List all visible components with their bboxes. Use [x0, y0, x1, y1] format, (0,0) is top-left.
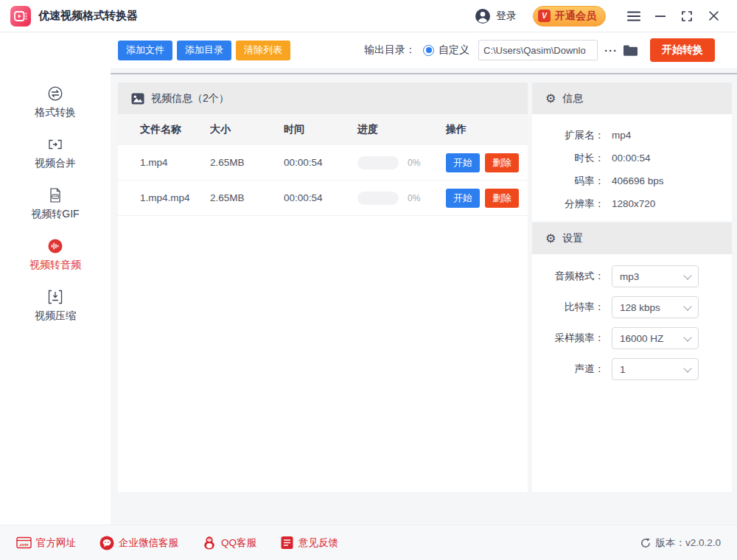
sample-rate-label: 采样频率： — [532, 332, 604, 345]
add-directory-button[interactable]: 添加目录 — [177, 41, 231, 60]
website-icon: .com — [16, 536, 32, 549]
cell-time: 00:00:54 — [284, 157, 357, 168]
refresh-icon — [640, 538, 651, 548]
user-icon — [475, 8, 491, 24]
video-list-panel: 视频信息（2个） 文件名称 大小 时间 进度 操作 1.mp4 2.65MB 0… — [118, 83, 528, 492]
cell-time: 00:00:54 — [284, 192, 357, 203]
start-convert-button[interactable]: 开始转换 — [650, 38, 715, 62]
table-row: 1.mp4 2.65MB 00:00:54 0% 开始 删除 — [118, 145, 528, 181]
titlebar: 优速视频格式转换器 登录 V 开通会员 — [0, 0, 737, 32]
version-info: 版本：v2.0.2.0 — [640, 536, 721, 550]
feedback-label: 意见反馈 — [298, 536, 338, 550]
sidebar-item-video-compress[interactable]: 视频压缩 — [0, 280, 111, 331]
channels-value: 1 — [620, 364, 626, 375]
clear-list-button[interactable]: 清除列表 — [236, 41, 290, 60]
info-value: 00:00:54 — [612, 153, 651, 164]
channels-label: 声道： — [532, 363, 604, 376]
progress-percent: 0% — [408, 193, 420, 203]
sidebar-item-video-to-audio[interactable]: 视频转音频 — [0, 229, 111, 280]
svg-text:GIF: GIF — [52, 195, 58, 198]
info-value: 1280x720 — [612, 198, 655, 209]
menu-button[interactable] — [621, 6, 647, 27]
login-button[interactable]: 登录 — [475, 8, 517, 24]
progress-percent: 0% — [408, 158, 420, 168]
svg-text:.com: .com — [18, 542, 28, 547]
info-label: 时长： — [532, 152, 604, 165]
video-merge-icon — [47, 136, 63, 153]
output-path-input[interactable] — [478, 40, 598, 60]
info-panel-header: ⚙ 信息 — [532, 83, 732, 114]
info-label: 码率： — [532, 175, 604, 188]
row-start-button[interactable]: 开始 — [446, 189, 480, 208]
col-file-name: 文件名称 — [140, 123, 210, 136]
video-to-audio-icon — [47, 238, 63, 254]
folder-icon — [623, 44, 638, 57]
minimize-button[interactable] — [647, 6, 674, 27]
col-progress: 进度 — [357, 123, 446, 136]
info-label: 扩展名： — [532, 129, 604, 142]
official-website-link[interactable]: .com 官方网址 — [16, 536, 76, 550]
app-title: 优速视频格式转换器 — [38, 9, 138, 23]
browse-more-button[interactable]: ··· — [604, 44, 618, 57]
chevron-down-icon — [683, 271, 691, 279]
wechat-service-icon — [99, 536, 114, 550]
vip-icon: V — [538, 10, 551, 22]
sidebar-item-format-convert[interactable]: 格式转换 — [0, 77, 111, 127]
qq-service-link[interactable]: QQ客服 — [202, 536, 256, 550]
table-header-row: 文件名称 大小 时间 进度 操作 — [118, 114, 528, 145]
sidebar-item-label: 视频合并 — [35, 157, 76, 170]
version-label: 版本：v2.0.2.0 — [655, 536, 721, 550]
cell-file-name: 1.mp4.mp4 — [140, 192, 210, 203]
login-label: 登录 — [496, 10, 517, 23]
minimize-icon — [655, 11, 666, 21]
close-button[interactable] — [700, 6, 727, 27]
format-convert-icon — [47, 85, 63, 102]
custom-radio[interactable] — [423, 45, 434, 56]
close-icon — [709, 11, 719, 21]
sidebar-item-label: 视频转GIF — [31, 208, 79, 221]
custom-radio-label[interactable]: 自定义 — [439, 43, 469, 57]
chevron-down-icon — [683, 333, 691, 341]
sample-rate-select[interactable]: 16000 HZ — [612, 327, 699, 349]
app-logo-icon — [10, 6, 31, 27]
col-time: 时间 — [284, 123, 357, 136]
info-panel: ⚙ 信息 扩展名：mp4 时长：00:00:54 码率：406696 bps 分… — [532, 83, 732, 221]
gear-icon: ⚙ — [545, 93, 556, 105]
feedback-link[interactable]: 意见反馈 — [280, 536, 338, 550]
row-delete-button[interactable]: 删除 — [485, 153, 519, 172]
sidebar-item-label: 视频转音频 — [29, 259, 81, 272]
bitrate-select[interactable]: 128 kbps — [612, 296, 699, 318]
settings-panel: ⚙ 设置 音频格式： mp3 比特率： 128 kbps — [532, 223, 732, 492]
audio-format-select[interactable]: mp3 — [612, 265, 699, 287]
cell-size: 2.65MB — [210, 192, 284, 203]
bitrate-value: 128 kbps — [620, 302, 660, 313]
info-label: 分辨率： — [532, 197, 604, 211]
open-folder-button[interactable] — [623, 44, 638, 57]
cell-file-name: 1.mp4 — [140, 157, 210, 168]
sidebar-item-label: 格式转换 — [35, 106, 76, 119]
sidebar-item-video-merge[interactable]: 视频合并 — [0, 127, 111, 178]
hamburger-icon — [627, 11, 640, 21]
maximize-button[interactable] — [674, 6, 700, 27]
row-delete-button[interactable]: 删除 — [485, 189, 519, 208]
video-compress-icon — [47, 289, 63, 305]
sidebar-item-video-to-gif[interactable]: GIF 视频转GIF — [0, 178, 111, 229]
toolbar: 添加文件 添加目录 清除列表 输出目录： 自定义 ··· 开始转换 — [111, 32, 737, 68]
qq-service-label: QQ客服 — [221, 536, 256, 550]
row-start-button[interactable]: 开始 — [446, 153, 480, 172]
vip-button[interactable]: V 开通会员 — [533, 6, 606, 27]
audio-format-label: 音频格式： — [532, 270, 604, 283]
channels-select[interactable]: 1 — [612, 358, 699, 380]
bitrate-label: 比特率： — [532, 301, 604, 314]
footer: .com 官方网址 企业微信客服 — [0, 525, 737, 560]
maximize-icon — [682, 11, 692, 21]
sample-rate-value: 16000 HZ — [620, 333, 663, 344]
add-file-button[interactable]: 添加文件 — [118, 41, 172, 60]
wechat-service-link[interactable]: 企业微信客服 — [99, 536, 178, 550]
sidebar: 格式转换 视频合并 GIF 视频转GIF — [0, 32, 111, 525]
gear-icon: ⚙ — [545, 233, 556, 245]
official-website-label: 官方网址 — [36, 536, 76, 550]
table-row: 1.mp4.mp4 2.65MB 00:00:54 0% 开始 删除 — [118, 181, 528, 216]
video-list-header: 视频信息（2个） — [118, 83, 528, 114]
col-size: 大小 — [210, 123, 284, 136]
